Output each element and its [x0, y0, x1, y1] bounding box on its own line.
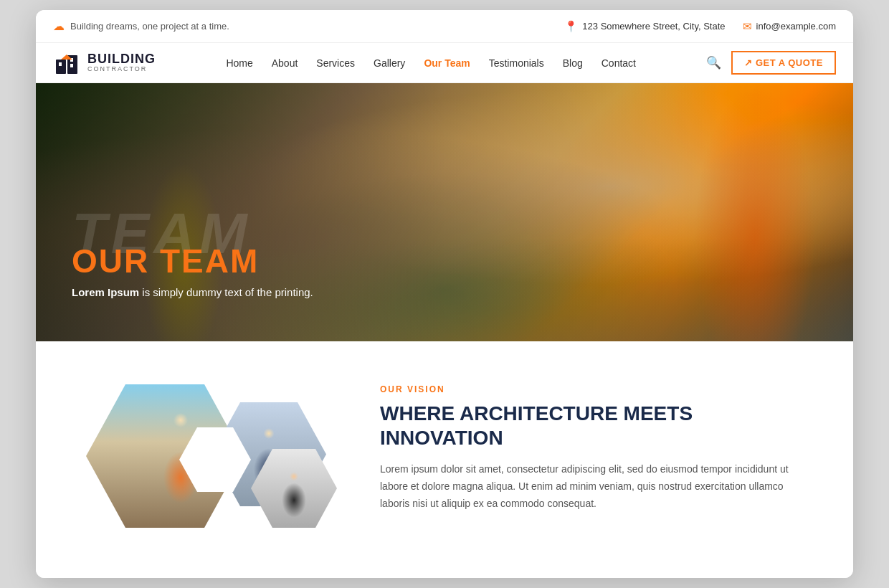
vision-tag: OUR VISION [380, 384, 810, 394]
svg-rect-0 [56, 60, 66, 74]
nav-services[interactable]: Services [308, 53, 363, 73]
email-item: ✉ info@example.com [743, 20, 836, 33]
nav-home[interactable]: Home [217, 53, 261, 73]
logo-title: BUILDING [87, 52, 156, 67]
top-bar: ☁ Building dreams, one project at a time… [36, 10, 853, 43]
hero-content: TEAM OUR TEAM Lorem Ipsum is simply dumm… [72, 245, 313, 298]
search-button[interactable]: 🔍 [706, 55, 721, 70]
svg-rect-4 [70, 64, 73, 67]
hero-subtitle-bold: Lorem Ipsum [72, 286, 139, 298]
logo-subtitle: CONTRACTOR [87, 66, 156, 73]
nav-our-team[interactable]: Our Team [415, 53, 478, 73]
nav-contact[interactable]: Contact [593, 53, 645, 73]
search-icon: 🔍 [706, 56, 721, 70]
email-text: info@example.com [756, 21, 836, 32]
logo-icon [53, 49, 80, 77]
location-icon: 📍 [564, 20, 578, 33]
tagline-text: Building dreams, one project at a time. [70, 21, 229, 32]
hero-subtitle: Lorem Ipsum is simply dummy text of the … [72, 286, 313, 298]
logo-area: BUILDING CONTRACTOR [53, 49, 156, 77]
address-item: 📍 123 Somewhere Street, City, State [564, 20, 725, 33]
hero-subtitle-rest: is simply dummy text of the printing. [142, 286, 313, 298]
nav-blog[interactable]: Blog [554, 53, 591, 73]
nav-about[interactable]: About [263, 53, 307, 73]
navbar: BUILDING CONTRACTOR Home About Services … [36, 43, 853, 83]
hero-section: TEAM OUR TEAM Lorem Ipsum is simply dumm… [36, 83, 853, 341]
hex-group [79, 384, 337, 542]
get-quote-label: GET A QUOTE [756, 57, 823, 68]
nav-actions: 🔍 ↗ GET A QUOTE [706, 51, 836, 75]
mail-icon: ✉ [743, 20, 752, 33]
vision-heading: WHERE ARCHITECTURE MEETS INNOVATION [380, 402, 810, 450]
nav-testimonials[interactable]: Testimonials [480, 53, 553, 73]
address-text: 123 Somewhere Street, City, State [582, 21, 725, 32]
tagline-area: ☁ Building dreams, one project at a time… [53, 19, 229, 33]
contacts-area: 📍 123 Somewhere Street, City, State ✉ in… [564, 20, 836, 33]
vision-body: Lorem ipsum dolor sit amet, consectetur … [380, 461, 810, 512]
nav-links: Home About Services Gallery Our Team Tes… [217, 53, 645, 73]
nav-gallery[interactable]: Gallery [365, 53, 414, 73]
svg-rect-2 [59, 62, 62, 66]
cloud-icon: ☁ [53, 19, 65, 33]
hero-title: OUR TEAM [72, 245, 313, 278]
content-section: OUR VISION WHERE ARCHITECTURE MEETS INNO… [36, 341, 853, 578]
vision-text: OUR VISION WHERE ARCHITECTURE MEETS INNO… [380, 377, 810, 513]
arrow-icon: ↗ [744, 57, 753, 68]
logo-text: BUILDING CONTRACTOR [87, 52, 156, 74]
get-quote-button[interactable]: ↗ GET A QUOTE [731, 51, 836, 75]
browser-window: ☁ Building dreams, one project at a time… [36, 10, 853, 578]
